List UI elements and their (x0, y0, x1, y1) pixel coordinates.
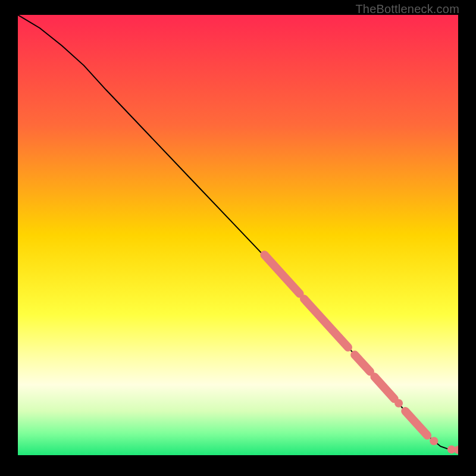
chart-plot-area (18, 15, 458, 455)
highlight-dot (394, 399, 403, 408)
chart-svg (18, 15, 458, 455)
chart-background (18, 15, 458, 455)
watermark-text: TheBottleneck.com (355, 2, 459, 16)
highlight-dot (430, 437, 438, 445)
